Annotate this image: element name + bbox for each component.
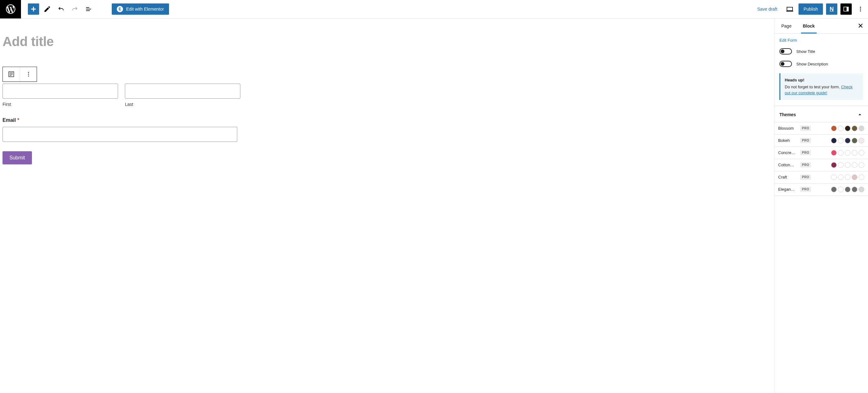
show-description-label: Show Description: [796, 62, 828, 66]
theme-name: Concre…: [778, 150, 798, 155]
block-toolbar: [2, 67, 37, 82]
wordpress-logo[interactable]: [0, 0, 21, 19]
block-type-button[interactable]: [3, 67, 20, 82]
theme-row[interactable]: BlossomPRO: [774, 122, 868, 135]
edit-form-link[interactable]: Edit Form: [779, 38, 797, 42]
plus-icon: [30, 5, 37, 13]
svg-point-6: [28, 72, 29, 73]
color-swatch: [831, 162, 837, 168]
color-swatch: [852, 150, 857, 156]
chevron-up-icon: [857, 112, 863, 118]
notice-text: Do not forget to test your form.: [785, 85, 840, 89]
theme-name: Cotton…: [778, 162, 798, 167]
color-swatch: [859, 162, 864, 168]
color-swatch: [845, 174, 850, 180]
svg-rect-1: [847, 7, 848, 11]
theme-row[interactable]: BokehPRO: [774, 135, 868, 147]
publish-button[interactable]: Publish: [799, 3, 823, 15]
pencil-icon: [43, 5, 51, 13]
color-swatch: [852, 174, 857, 180]
themes-list: BlossomPROBokehPROConcre…PROCotton…PROCr…: [774, 122, 868, 196]
color-swatch: [838, 138, 844, 144]
add-block-button[interactable]: [28, 3, 39, 15]
kebab-icon: [25, 71, 32, 77]
page-title-input[interactable]: Add title: [2, 34, 774, 49]
name-field-label: Name *: [2, 74, 240, 80]
pro-badge: PRO: [800, 138, 811, 143]
undo-icon: [57, 5, 65, 13]
themes-panel-header[interactable]: Themes: [774, 105, 868, 122]
theme-swatches: [831, 150, 864, 156]
color-swatch: [831, 126, 837, 131]
theme-swatches: [831, 126, 864, 131]
tools-button[interactable]: [42, 3, 53, 15]
close-icon: ✕: [858, 22, 863, 30]
pro-badge: PRO: [800, 187, 811, 192]
theme-name: Blossom: [778, 126, 798, 130]
color-swatch: [831, 150, 837, 156]
color-swatch: [838, 162, 844, 168]
editor-canvas[interactable]: Add title Name * First: [0, 19, 774, 393]
last-name-sublabel: Last: [125, 102, 240, 107]
color-swatch: [859, 174, 864, 180]
theme-swatches: [831, 138, 864, 144]
color-swatch: [838, 187, 844, 192]
theme-row[interactable]: Elegan…PRO: [774, 183, 868, 196]
svg-point-3: [860, 8, 861, 9]
show-title-label: Show Title: [796, 49, 815, 54]
color-swatch: [838, 150, 844, 156]
theme-swatches: [831, 162, 864, 168]
color-swatch: [831, 187, 837, 192]
last-name-input[interactable]: [125, 84, 240, 99]
form-preview: Name * First Last Email *: [2, 74, 240, 164]
edit-with-elementor-button[interactable]: E Edit with Elementor: [112, 3, 169, 15]
themes-heading: Themes: [779, 112, 796, 117]
show-description-toggle[interactable]: [779, 61, 792, 67]
undo-button[interactable]: [55, 3, 67, 15]
redo-button[interactable]: [69, 3, 81, 15]
color-swatch: [859, 138, 864, 144]
theme-swatches: [831, 174, 864, 180]
tab-page[interactable]: Page: [779, 19, 794, 33]
tab-block[interactable]: Block: [801, 19, 817, 33]
submit-button[interactable]: Submit: [2, 151, 32, 164]
document-overview-button[interactable]: [83, 3, 94, 15]
save-draft-button[interactable]: Save draft: [753, 4, 781, 14]
theme-name: Craft: [778, 175, 798, 179]
preview-button[interactable]: [784, 3, 795, 15]
theme-swatches: [831, 187, 864, 192]
elementor-label: Edit with Elementor: [126, 7, 164, 11]
email-input[interactable]: [2, 127, 237, 142]
outline-icon: [85, 5, 92, 13]
top-toolbar: E Edit with Elementor Save draft Publish…: [0, 0, 868, 19]
first-name-input[interactable]: [2, 84, 118, 99]
device-icon: [786, 5, 794, 13]
pro-badge: PRO: [800, 162, 811, 168]
theme-row[interactable]: Concre…PRO: [774, 147, 868, 159]
sidebar-close-button[interactable]: ✕: [853, 19, 868, 33]
sidebar-tabs: Page Block ✕: [774, 19, 868, 33]
settings-sidebar-toggle[interactable]: [840, 3, 852, 15]
options-button[interactable]: [855, 3, 866, 15]
pro-badge: PRO: [800, 126, 811, 131]
n-button[interactable]: N: [826, 3, 837, 15]
svg-point-2: [860, 7, 861, 8]
color-swatch: [845, 162, 850, 168]
pro-badge: PRO: [800, 174, 811, 180]
svg-point-8: [28, 75, 29, 77]
color-swatch: [831, 138, 837, 144]
color-swatch: [845, 187, 850, 192]
email-field-label: Email *: [2, 117, 240, 123]
elementor-icon: E: [117, 6, 123, 12]
theme-row[interactable]: Cotton…PRO: [774, 159, 868, 171]
color-swatch: [852, 126, 857, 131]
theme-row[interactable]: CraftPRO: [774, 171, 868, 183]
sidebar-icon: [843, 6, 849, 12]
color-swatch: [852, 138, 857, 144]
wordpress-icon: [5, 3, 16, 15]
color-swatch: [859, 150, 864, 156]
show-title-toggle[interactable]: [779, 48, 792, 55]
block-more-button[interactable]: [20, 67, 37, 82]
color-swatch: [852, 162, 857, 168]
notice-heading: Heads up!: [785, 77, 859, 83]
